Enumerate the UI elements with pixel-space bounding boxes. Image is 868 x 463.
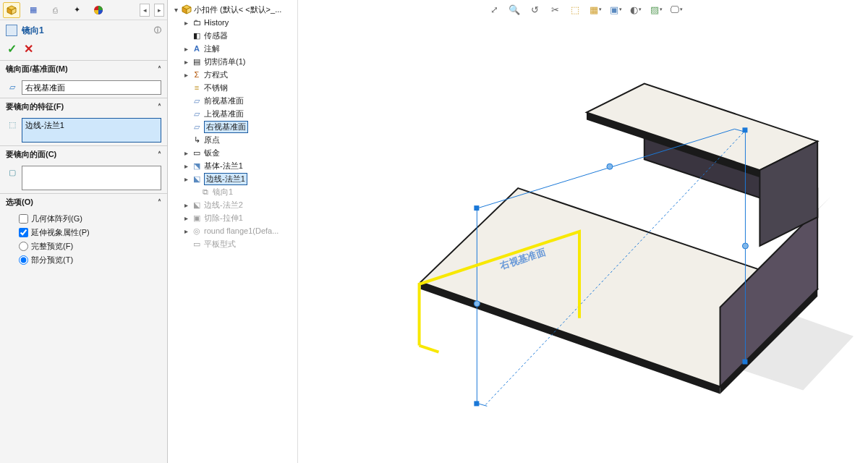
tab-dimxpert[interactable]: ✦ xyxy=(68,2,85,18)
svg-point-28 xyxy=(474,301,480,307)
features-to-mirror-input[interactable]: 边线-法兰1 xyxy=(22,118,161,143)
section-features-to-mirror[interactable]: 要镜向的特征(F) ˄ xyxy=(0,98,167,115)
model-render: 右视基准面 xyxy=(298,0,868,463)
chevron-up-icon: ˄ xyxy=(158,103,161,111)
section-mirror-plane[interactable]: 镜向面/基准面(M) ˄ xyxy=(0,60,167,77)
tree-front-plane[interactable]: ▱前视基准面 xyxy=(169,94,296,107)
flat-pattern-icon: ▭ xyxy=(191,239,203,249)
mirror-plane-input[interactable]: 右视基准面 xyxy=(22,80,161,95)
origin-icon: ↳ xyxy=(191,135,203,145)
chevron-up-icon: ˄ xyxy=(158,198,161,206)
tree-origin[interactable]: ↳原点 xyxy=(169,133,296,146)
svg-line-29 xyxy=(420,346,439,352)
option-partial-preview[interactable]: 部分预览(T) xyxy=(19,255,160,266)
svg-rect-22 xyxy=(474,205,479,211)
sensor-icon: ◧ xyxy=(191,30,203,41)
tree-cutlist[interactable]: ▸▤切割清单(1) xyxy=(169,55,296,68)
svg-point-27 xyxy=(742,243,748,249)
graphics-viewport[interactable]: ⤢ 🔍 ↺ ✂ ⬚ ▦ ▣ ◐ ▨ 🖵 xyxy=(298,0,868,463)
tree-cut-extrude[interactable]: ▸▣切除-拉伸1 xyxy=(169,211,296,224)
help-icon[interactable]: ⓘ xyxy=(154,25,161,35)
tree-sheetmetal[interactable]: ▸▭钣金 xyxy=(169,146,296,159)
plane-icon: ▱ xyxy=(191,122,203,132)
option-full-preview[interactable]: 完整预览(F) xyxy=(19,241,160,252)
tab-scroll-right[interactable]: ▸ xyxy=(154,4,164,17)
tab-config-manager[interactable]: ⎙ xyxy=(46,2,64,18)
section-faces-to-mirror[interactable]: 要镜向的面(C) ˄ xyxy=(0,145,167,163)
chevron-up-icon: ˄ xyxy=(158,150,161,158)
tree-round-flange[interactable]: ▸◎round flange1(Defa... xyxy=(169,224,296,237)
tree-history[interactable]: ▸🗀History xyxy=(169,16,296,29)
flyout-feature-tree: ▾ 小扣件 (默认< <默认>_... ▸🗀History ◧传感器 ▸A注解 … xyxy=(168,0,298,463)
property-manager-panel: ▦ ⎙ ✦ ◂ ▸ 镜向1 ⓘ ✓ ✕ 镜向面/基准面(M) ˄ ▱ 右视基准面 xyxy=(0,0,168,463)
tab-property-manager[interactable]: ▦ xyxy=(25,2,42,18)
plane-icon: ▱ xyxy=(191,109,203,119)
tree-equations[interactable]: ▸Σ方程式 xyxy=(169,68,296,81)
folder-icon: 🗀 xyxy=(191,17,203,27)
tree-edge-flange-2[interactable]: ▸⬕边线-法兰2 xyxy=(169,198,296,211)
cutlist-icon: ▤ xyxy=(191,56,203,67)
tree-mirror-1[interactable]: ⧉镜向1 xyxy=(169,185,296,198)
option-body-pattern[interactable]: 几何体阵列(G) xyxy=(19,213,160,224)
tree-right-plane[interactable]: ▱右视基准面 xyxy=(169,120,296,133)
svg-rect-23 xyxy=(474,401,479,406)
plane-select-icon: ▱ xyxy=(6,80,19,93)
svg-point-26 xyxy=(607,163,613,169)
tree-edge-flange-1[interactable]: ▸⬕边线-法兰1 xyxy=(169,172,296,185)
cut-icon: ▣ xyxy=(191,213,203,223)
svg-rect-25 xyxy=(742,360,747,365)
annotation-icon: A xyxy=(191,43,203,54)
cancel-button[interactable]: ✕ xyxy=(24,42,33,56)
tab-display-manager[interactable] xyxy=(90,2,107,18)
mirror-icon: ⧉ xyxy=(200,187,211,197)
equation-icon: Σ xyxy=(191,69,203,80)
feature-select-icon: ⬚ xyxy=(6,118,19,131)
edge-flange-icon: ⬕ xyxy=(191,200,203,210)
options-group: 几何体阵列(G) 延伸视象属性(P) 完整预览(F) 部分预览(T) xyxy=(0,211,167,268)
feature-title-bar: 镜向1 ⓘ xyxy=(0,20,167,41)
tree-sensors[interactable]: ◧传感器 xyxy=(169,29,296,42)
tab-feature-manager[interactable] xyxy=(3,2,20,18)
tree-root[interactable]: ▾ 小扣件 (默认< <默认>_... xyxy=(169,3,296,16)
mirror-feature-icon xyxy=(6,25,17,36)
section-options[interactable]: 选项(O) ˄ xyxy=(0,193,167,211)
tree-top-plane[interactable]: ▱上视基准面 xyxy=(169,107,296,120)
cube-icon xyxy=(7,5,17,15)
face-select-icon: ▢ xyxy=(6,166,19,179)
color-wheel-icon xyxy=(93,5,103,15)
feature-title: 镜向1 xyxy=(22,25,44,37)
option-propagate-visual[interactable]: 延伸视象属性(P) xyxy=(19,227,160,238)
flange-icon: ⬔ xyxy=(191,161,203,171)
tree-material[interactable]: ≡不锈钢 xyxy=(169,81,296,94)
round-flange-icon: ◎ xyxy=(191,226,203,236)
chevron-up-icon: ˄ xyxy=(158,65,161,73)
svg-rect-24 xyxy=(742,127,747,132)
faces-to-mirror-input[interactable] xyxy=(22,166,161,190)
tree-flat-pattern[interactable]: ▭平板型式 xyxy=(169,237,296,250)
material-icon: ≡ xyxy=(191,82,203,93)
sheetmetal-icon: ▭ xyxy=(191,148,203,158)
ok-cancel-row: ✓ ✕ xyxy=(0,41,167,60)
panel-tab-strip: ▦ ⎙ ✦ ◂ ▸ xyxy=(0,0,167,20)
ok-button[interactable]: ✓ xyxy=(7,42,17,56)
tree-annotations[interactable]: ▸A注解 xyxy=(169,42,296,55)
plane-icon: ▱ xyxy=(191,95,203,106)
edge-flange-icon: ⬕ xyxy=(191,174,203,184)
tab-scroll-left[interactable]: ◂ xyxy=(140,4,150,17)
tree-base-flange[interactable]: ▸⬔基体-法兰1 xyxy=(169,159,296,172)
